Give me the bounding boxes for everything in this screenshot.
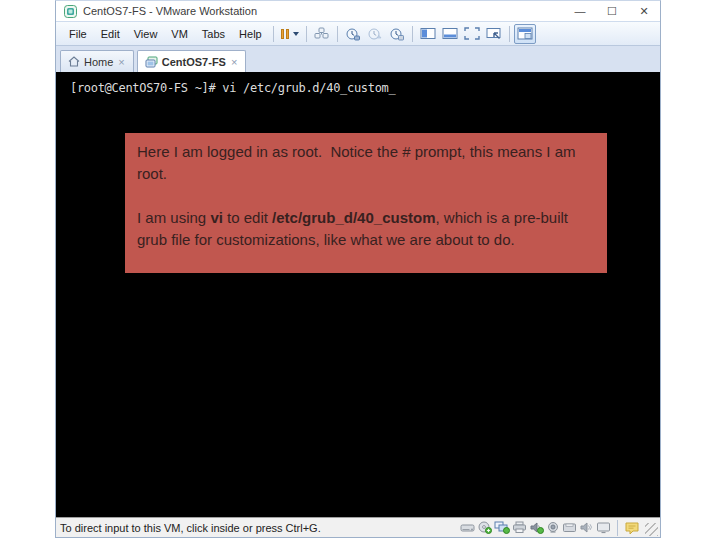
menu-file[interactable]: File — [62, 25, 94, 43]
toolbar-separator — [273, 26, 274, 42]
tab-centos7-fs-label: CentOS7-FS — [162, 56, 226, 68]
menu-vm[interactable]: VM — [164, 25, 195, 43]
menu-view[interactable]: View — [127, 25, 165, 43]
resize-grip[interactable] — [645, 523, 658, 536]
power-pause-button[interactable] — [278, 24, 302, 44]
vm-console-screen[interactable]: [root@CentOS70-FS ~]# vi /etc/grub.d/40_… — [56, 72, 660, 517]
show-library-button[interactable] — [417, 24, 439, 44]
status-bar: To direct input to this VM, click inside… — [56, 517, 660, 537]
take-snapshot-button[interactable] — [342, 24, 364, 44]
chevron-down-icon — [293, 32, 299, 36]
tab-centos7-fs-close-icon[interactable]: × — [230, 56, 238, 68]
usb-device-icon[interactable] — [579, 521, 594, 534]
annotation-note-box: Here I am logged in as root. Notice the … — [125, 133, 607, 273]
library-panel-icon — [420, 27, 436, 40]
console-view-icon — [517, 27, 533, 40]
tab-home-close-icon[interactable]: × — [117, 56, 125, 68]
full-screen-icon — [464, 27, 480, 40]
title-bar: CentOS7-FS - VMware Workstation — ☐ ✕ — [56, 1, 660, 21]
terminal-prompt-line: [root@CentOS70-FS ~]# vi /etc/grub.d/40_… — [70, 81, 395, 95]
menu-tabs[interactable]: Tabs — [195, 25, 232, 43]
network-adapter-icon[interactable] — [494, 521, 510, 534]
toolbar-separator — [306, 26, 307, 42]
revert-snapshot-icon — [367, 27, 382, 41]
menu-help[interactable]: Help — [232, 25, 269, 43]
take-snapshot-icon — [345, 27, 360, 41]
note-paragraph-2: I am using vi to edit /etc/grub_d/40_cus… — [137, 207, 595, 251]
display-icon[interactable] — [596, 521, 611, 534]
hard-disk-icon[interactable] — [460, 521, 475, 534]
maximize-button[interactable]: ☐ — [596, 1, 628, 21]
menu-toolbar: File Edit View VM Tabs Help — [56, 21, 660, 46]
tab-bar: Home × CentOS7-FS × — [56, 46, 660, 72]
tab-home-label: Home — [84, 56, 113, 68]
status-message: To direct input to this VM, click inside… — [60, 522, 321, 534]
tab-home[interactable]: Home × — [60, 50, 134, 72]
sound-icon[interactable] — [529, 521, 544, 534]
toolbar-separator — [412, 26, 413, 42]
window-controls: — ☐ ✕ — [564, 1, 660, 21]
cd-rom-icon[interactable] — [477, 521, 492, 534]
floppy-icon[interactable] — [562, 521, 577, 534]
unity-mode-icon — [486, 27, 502, 40]
unity-mode-button[interactable] — [483, 24, 505, 44]
home-icon — [68, 56, 80, 67]
manage-snapshots-button[interactable] — [386, 24, 408, 44]
vmware-workstation-window: CentOS7-FS - VMware Workstation — ☐ ✕ Fi… — [55, 0, 661, 538]
note-paragraph-1: Here I am logged in as root. Notice the … — [137, 141, 595, 185]
tab-centos7-fs[interactable]: CentOS7-FS × — [137, 50, 247, 72]
console-view-toggle-button[interactable] — [514, 24, 536, 44]
toolbar-separator — [509, 26, 510, 42]
menu-edit[interactable]: Edit — [94, 25, 127, 43]
window-title: CentOS7-FS - VMware Workstation — [83, 5, 257, 17]
ctrl-alt-del-icon — [314, 27, 329, 41]
send-ctrl-alt-del-button[interactable] — [311, 24, 333, 44]
vm-tab-icon — [145, 56, 158, 68]
message-log-icon[interactable] — [624, 521, 640, 535]
status-separator — [617, 520, 618, 536]
printer-icon[interactable] — [512, 521, 527, 534]
close-button[interactable]: ✕ — [628, 1, 660, 21]
webcam-icon[interactable] — [546, 521, 560, 534]
toolbar-separator — [337, 26, 338, 42]
minimize-button[interactable]: — — [564, 1, 596, 21]
show-thumbnail-bar-button[interactable] — [439, 24, 461, 44]
full-screen-button[interactable] — [461, 24, 483, 44]
vmware-app-icon — [64, 5, 77, 18]
manage-snapshots-icon — [389, 27, 404, 41]
pause-icon — [281, 29, 289, 39]
device-status-icons — [460, 520, 658, 536]
revert-snapshot-button[interactable] — [364, 24, 386, 44]
thumbnail-bar-icon — [442, 27, 458, 40]
